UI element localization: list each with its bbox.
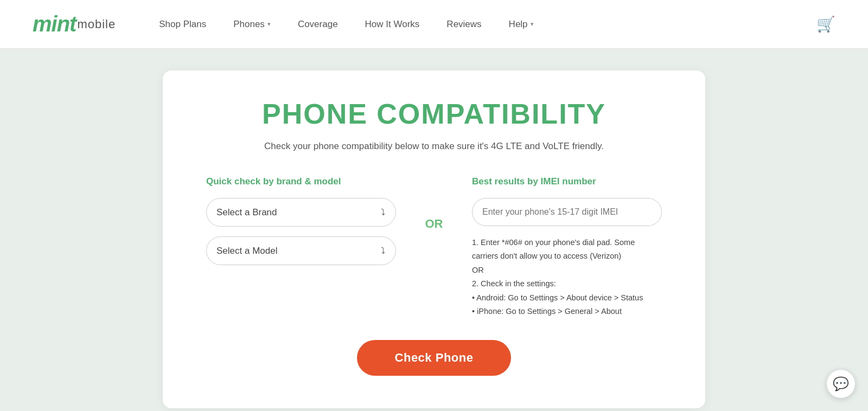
brand-select-wrapper: Select a Brand ⤵ — [206, 198, 396, 227]
header: mintmobile Shop Plans Phones ▾ Coverage … — [0, 0, 868, 49]
imei-heading: Best results by IMEI number — [472, 176, 662, 187]
imei-instructions: 1. Enter *#06# on your phone's dial pad.… — [472, 236, 662, 318]
nav-phones[interactable]: Phones ▾ — [233, 19, 271, 30]
imei-input[interactable] — [472, 198, 662, 226]
brand-select[interactable]: Select a Brand — [206, 198, 396, 227]
brand-model-column: Quick check by brand & model Select a Br… — [206, 176, 418, 275]
check-phone-row: Check Phone — [206, 340, 662, 376]
nav-help[interactable]: Help ▾ — [509, 19, 534, 30]
phones-chevron-icon: ▾ — [267, 21, 271, 28]
columns-layout: Quick check by brand & model Select a Br… — [206, 176, 662, 318]
brand-model-heading: Quick check by brand & model — [206, 176, 396, 187]
imei-column: Best results by IMEI number 1. Enter *#0… — [450, 176, 662, 318]
or-divider: OR — [418, 176, 450, 231]
chat-bubble[interactable]: 💬 — [827, 370, 855, 398]
nav-coverage[interactable]: Coverage — [298, 19, 338, 30]
card-subtitle: Check your phone compatibility below to … — [206, 141, 662, 152]
nav-reviews[interactable]: Reviews — [446, 19, 481, 30]
nav-how-it-works[interactable]: How It Works — [365, 19, 420, 30]
logo-mint: mint — [33, 12, 76, 36]
help-chevron-icon: ▾ — [531, 21, 534, 28]
compatibility-card: PHONE COMPATIBILITY Check your phone com… — [163, 70, 705, 408]
check-phone-button[interactable]: Check Phone — [357, 340, 512, 376]
main-nav: Shop Plans Phones ▾ Coverage How It Work… — [159, 19, 816, 30]
logo-mobile: mobile — [77, 17, 116, 31]
model-select-wrapper: Select a Model ⤵ — [206, 236, 396, 265]
page-title: PHONE COMPATIBILITY — [206, 98, 662, 130]
nav-shop-plans[interactable]: Shop Plans — [159, 19, 206, 30]
chat-icon: 💬 — [833, 376, 849, 391]
main-content: PHONE COMPATIBILITY Check your phone com… — [0, 49, 868, 411]
model-select[interactable]: Select a Model — [206, 236, 396, 265]
cart-icon[interactable]: 🛒 — [816, 15, 835, 33]
logo[interactable]: mintmobile — [33, 12, 116, 36]
